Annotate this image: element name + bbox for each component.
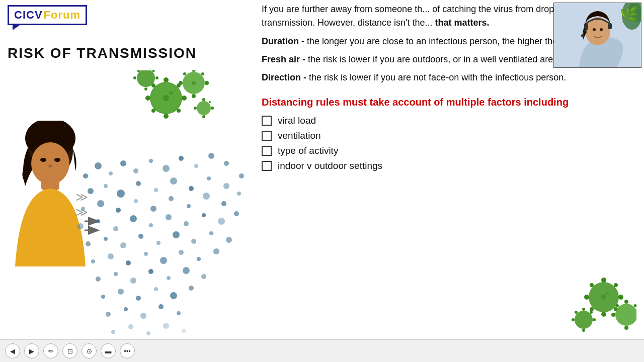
svg-point-85	[156, 241, 160, 245]
svg-point-143	[590, 283, 594, 287]
svg-point-16	[192, 94, 196, 98]
svg-point-136	[600, 28, 603, 31]
svg-point-82	[104, 237, 108, 241]
distancing-box: Distancing rules must take account of mu…	[262, 95, 639, 171]
svg-point-73	[113, 226, 118, 231]
svg-point-141	[601, 312, 606, 317]
svg-point-13	[192, 70, 196, 72]
svg-point-65	[150, 206, 156, 212]
svg-point-72	[96, 219, 100, 223]
webcam-overlay: 🌿	[553, 3, 641, 68]
svg-point-102	[167, 276, 171, 280]
svg-point-104	[201, 274, 206, 279]
svg-point-100	[130, 278, 136, 284]
svg-point-105	[101, 295, 105, 299]
svg-point-14	[205, 81, 209, 85]
svg-point-52	[104, 184, 108, 188]
svg-point-83	[120, 242, 126, 248]
svg-point-36	[31, 142, 69, 185]
svg-point-71	[77, 223, 84, 229]
svg-point-60	[239, 173, 244, 178]
svg-point-49	[208, 153, 214, 159]
svg-point-53	[117, 190, 125, 198]
checklist-label-indoor-outdoor: indoor v outdoor settings	[278, 160, 382, 171]
svg-point-107	[136, 296, 141, 301]
svg-point-152	[624, 326, 628, 330]
svg-point-118	[111, 330, 115, 334]
direction-fact: Direction - the risk is lower if you are…	[262, 71, 639, 85]
aerosol-dots: ≫ ≫	[75, 111, 257, 362]
svg-point-84	[138, 234, 143, 239]
toolbar-line-button[interactable]: ▬	[101, 343, 116, 358]
svg-point-115	[177, 311, 181, 315]
svg-point-135	[593, 28, 596, 31]
svg-point-10	[163, 95, 169, 101]
checkbox-ventilation	[262, 131, 272, 141]
svg-point-69	[221, 201, 226, 206]
svg-point-66	[169, 196, 174, 201]
svg-point-68	[203, 193, 210, 200]
svg-point-54	[136, 181, 141, 186]
svg-point-147	[606, 292, 609, 295]
svg-point-109	[170, 292, 177, 299]
virus-decoration-bottom-right	[571, 275, 636, 337]
distancing-title: Distancing rules must take account of mu…	[262, 95, 639, 109]
svg-point-156	[582, 308, 585, 311]
logo-forum: Forum	[44, 9, 80, 22]
svg-point-23	[133, 76, 136, 79]
svg-point-112	[124, 307, 128, 311]
svg-point-51	[88, 188, 94, 194]
svg-rect-132	[584, 23, 588, 29]
checklist-label-viral-load: viral load	[278, 115, 316, 126]
svg-point-110	[189, 286, 194, 291]
svg-point-30	[194, 107, 197, 110]
svg-point-158	[572, 318, 575, 321]
svg-point-139	[618, 295, 623, 300]
svg-point-99	[114, 272, 118, 276]
svg-point-37	[40, 158, 46, 162]
svg-point-103	[183, 267, 190, 274]
svg-point-29	[211, 107, 214, 110]
toolbar-circle-button[interactable]: ⊙	[82, 343, 97, 358]
svg-point-145	[590, 307, 594, 311]
svg-point-63	[116, 208, 121, 213]
svg-point-161	[575, 311, 578, 314]
toolbar-prev-button[interactable]: ◀	[5, 343, 20, 358]
svg-point-79	[218, 218, 225, 225]
svg-point-48	[194, 164, 198, 168]
svg-point-24	[144, 87, 147, 90]
checkbox-indoor-outdoor	[262, 161, 272, 171]
toolbar: ◀ ▶ ✏ ⊡ ⊙ ▬ •••	[0, 339, 644, 362]
webcam-person: 🌿	[554, 3, 641, 67]
illustration-area: ≫ ≫	[0, 70, 257, 357]
svg-point-94	[160, 257, 167, 264]
logo-area: CICV Forum	[8, 5, 87, 30]
svg-point-42	[109, 171, 113, 175]
svg-point-98	[96, 277, 101, 282]
svg-point-86	[173, 231, 180, 238]
svg-point-114	[158, 304, 164, 309]
svg-point-58	[207, 176, 211, 180]
svg-point-160	[590, 311, 593, 314]
svg-point-59	[223, 183, 229, 189]
speech-tail	[13, 25, 20, 30]
toolbar-more-button[interactable]: •••	[120, 343, 135, 358]
svg-point-88	[209, 231, 213, 235]
svg-point-22	[155, 76, 158, 79]
plant-decoration: 🌿	[620, 6, 638, 23]
svg-point-157	[593, 318, 596, 321]
svg-point-142	[614, 283, 618, 287]
toolbar-box-button[interactable]: ⊡	[62, 343, 77, 358]
svg-point-46	[163, 165, 170, 172]
svg-point-146	[601, 295, 606, 300]
svg-point-93	[144, 252, 148, 256]
toolbar-next-button[interactable]: ▶	[24, 343, 39, 358]
toolbar-pen-button[interactable]: ✏	[43, 343, 58, 358]
svg-point-2	[164, 77, 169, 82]
svg-point-70	[237, 192, 241, 196]
svg-point-43	[120, 160, 126, 166]
checklist-item-indoor-outdoor: indoor v outdoor settings	[262, 160, 639, 171]
svg-point-92	[126, 260, 131, 265]
svg-point-101	[148, 269, 153, 274]
svg-point-153	[634, 304, 636, 307]
